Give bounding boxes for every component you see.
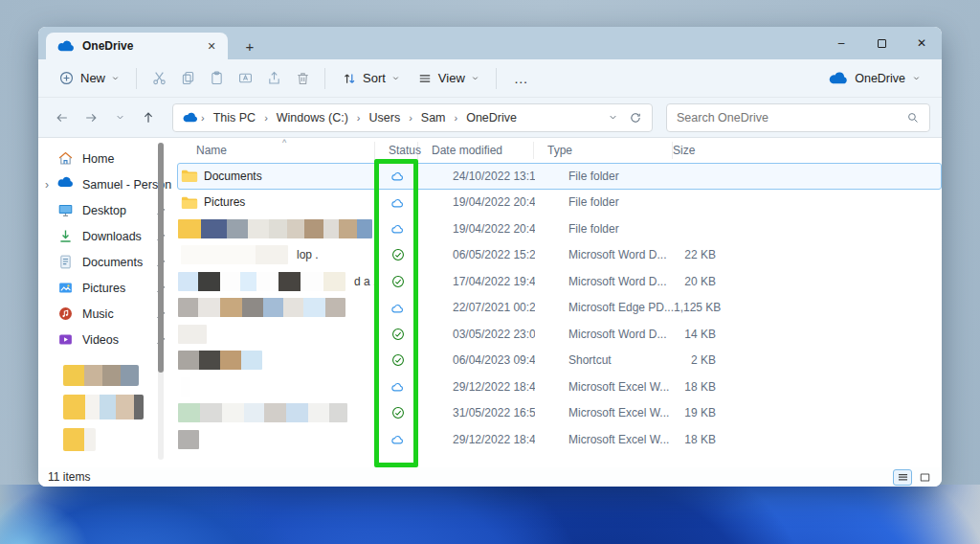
toolbar-divider — [496, 68, 497, 89]
file-row[interactable]: 22/07/2021 00:23 Microsoft Edge PD... 1,… — [177, 295, 942, 322]
type-cell: File folder — [535, 222, 674, 236]
items-count: 11 items — [48, 470, 90, 484]
sidebar-item[interactable]: › Desktop — [40, 197, 175, 223]
new-button[interactable]: New — [50, 65, 128, 91]
synced-status-icon — [391, 353, 405, 367]
file-row[interactable]: 31/05/2022 16:56 Microsoft Excel W... 19… — [177, 400, 942, 427]
column-headers: ^ Name Status Date modified Type Size — [177, 138, 942, 163]
paste-button[interactable] — [202, 64, 231, 93]
status-cell — [376, 406, 419, 419]
name-cell — [178, 351, 376, 370]
back-button[interactable] — [50, 105, 75, 130]
cloud-status-icon — [390, 303, 405, 313]
name-cell: lop . — [178, 245, 376, 264]
status-cell — [376, 328, 419, 341]
size-cell: 1,125 KB — [674, 301, 724, 314]
address-dropdown-chevron[interactable] — [602, 105, 623, 130]
date-modified-cell: 17/04/2022 19:46 — [419, 275, 535, 288]
file-row[interactable]: 0p 19/04/2022 20:49 File folder — [177, 215, 942, 242]
large-icons-view-toggle[interactable] — [915, 469, 934, 486]
sort-button[interactable]: Sort — [333, 66, 409, 91]
chevron-down-icon — [111, 74, 120, 82]
column-header-type[interactable]: Type — [534, 142, 673, 159]
up-button[interactable] — [136, 105, 161, 130]
sidebar-item[interactable]: › Videos — [40, 327, 175, 352]
name-cell — [178, 325, 376, 344]
desktop-icon — [57, 202, 74, 218]
sidebar-scrollbar-thumb[interactable] — [158, 143, 164, 373]
type-cell: Microsoft Excel W... — [535, 406, 674, 419]
refresh-icon[interactable] — [625, 105, 646, 130]
details-view-toggle[interactable] — [893, 469, 912, 486]
cut-button[interactable] — [145, 64, 173, 93]
search-box[interactable] — [666, 103, 930, 132]
sidebar-item[interactable]: › Home — [40, 146, 175, 171]
onedrive-menu-button[interactable]: OneDrive — [819, 67, 930, 90]
column-header-date[interactable]: Date modified — [418, 142, 534, 159]
file-row[interactable]: 06/04/2023 09:48 Shortcut 2 KB — [177, 348, 942, 374]
maximize-button[interactable] — [861, 29, 902, 57]
view-button[interactable]: View — [409, 66, 488, 91]
sidebar-item[interactable]: › Samuel - Person — [40, 171, 175, 197]
file-row[interactable]: 29/12/2022 18:47 Microsoft Excel W... 18… — [177, 426, 942, 453]
tab-close-icon[interactable]: ✕ — [203, 37, 220, 55]
sidebar-item[interactable]: › Downloads — [40, 223, 175, 249]
home-icon — [57, 150, 74, 167]
sort-ascending-caret: ^ — [282, 138, 286, 147]
breadcrumb-onedrive[interactable]: OneDrive — [460, 108, 523, 127]
new-tab-button[interactable]: + — [237, 34, 262, 58]
breadcrumb-users[interactable]: Users — [363, 108, 406, 127]
column-header-status[interactable]: Status — [375, 142, 418, 159]
sidebar-item[interactable]: › Documents — [40, 249, 175, 275]
search-input[interactable] — [677, 111, 901, 125]
sort-button-label: Sort — [363, 71, 386, 85]
rename-button[interactable] — [231, 64, 259, 93]
forward-button[interactable] — [78, 105, 103, 130]
date-modified-cell: 19/04/2022 20:49 — [419, 195, 535, 209]
share-button[interactable] — [259, 64, 288, 93]
file-row[interactable]: Pictures 19/04/2022 20:49 File folder — [177, 190, 942, 216]
column-header-size[interactable]: Size — [673, 142, 723, 159]
onedrive-cloud-icon — [57, 176, 74, 193]
file-row[interactable]: 03/05/2022 23:08 Microsoft Word D... 14 … — [177, 321, 942, 348]
folder-icon — [181, 169, 198, 183]
onedrive-cloud-icon — [829, 72, 848, 84]
file-row[interactable]: lop . 06/05/2022 15:26 Microsoft Word D.… — [177, 242, 942, 269]
sidebar-item-label: Documents — [82, 256, 146, 269]
file-rows: Documents 24/10/2022 13:14 File folder — [177, 163, 942, 453]
column-header-name[interactable]: Name — [177, 142, 375, 159]
plus-circle-icon — [58, 70, 75, 86]
status-cell — [376, 434, 419, 444]
file-row[interactable]: Documents 24/10/2022 13:14 File folder — [177, 163, 942, 190]
redacted-file-name — [178, 351, 262, 370]
name-cell: d a . — [178, 272, 376, 291]
breadcrumb-sam[interactable]: Sam — [415, 108, 452, 127]
copy-button[interactable] — [173, 64, 202, 93]
videos-icon — [57, 331, 74, 348]
desktop-wallpaper-bloom — [0, 485, 980, 544]
file-row[interactable]: d a . 17/04/2022 19:46 Microsoft Word D.… — [177, 268, 942, 295]
search-icon — [906, 111, 920, 125]
breadcrumb-this-pc[interactable]: This PC — [208, 108, 261, 127]
breadcrumb-bar[interactable]: › This PC › Windows (C:) › Users › Sam ›… — [172, 103, 653, 132]
breadcrumb-windows-c[interactable]: Windows (C:) — [271, 108, 354, 127]
date-modified-cell: 29/12/2022 18:49 — [419, 380, 535, 394]
tab-bar: OneDrive ✕ + – ✕ — [38, 27, 942, 59]
file-row[interactable]: 29/12/2022 18:49 Microsoft Excel W... 18… — [177, 374, 942, 400]
minimize-button[interactable]: – — [821, 29, 861, 57]
delete-button[interactable] — [288, 64, 317, 93]
more-options-button[interactable]: … — [504, 70, 539, 86]
breadcrumb-separator: › — [356, 112, 362, 124]
sidebar-item[interactable]: › Pictures — [40, 275, 175, 301]
folder-icon — [181, 195, 198, 210]
onedrive-cloud-icon — [183, 112, 198, 123]
sidebar-item[interactable]: › Music — [40, 301, 175, 327]
recent-locations-chevron[interactable] — [107, 105, 132, 130]
cloud-status-icon — [390, 197, 405, 208]
tab-onedrive[interactable]: OneDrive ✕ — [46, 33, 228, 59]
chevron-right-icon[interactable]: › — [45, 178, 49, 192]
file-explorer-window: OneDrive ✕ + – ✕ New Sort View — [38, 27, 942, 487]
close-button[interactable]: ✕ — [902, 29, 942, 57]
file-name: Pictures — [204, 195, 245, 209]
breadcrumb-separator: › — [263, 112, 269, 124]
